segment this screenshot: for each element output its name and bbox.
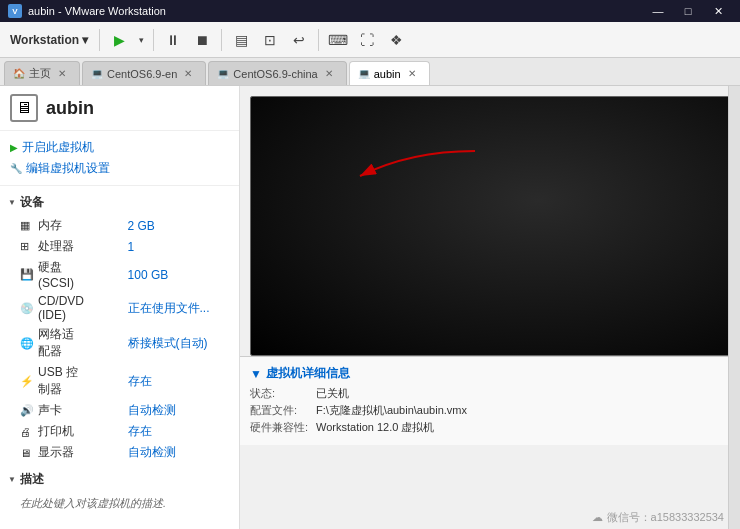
vm-status-label: 状态: — [250, 386, 310, 401]
vm-controls: ⏸ ⏹ — [159, 26, 216, 54]
vm-title-icon: 🖥 — [10, 94, 38, 122]
tab-centos69-china-label: CentOS6.9-china — [233, 68, 317, 80]
description-text: 在此处键入对该虚拟机的描述. — [0, 492, 239, 515]
device-printer[interactable]: 🖨打印机 存在 — [0, 421, 239, 442]
tab-aubin-label: aubin — [374, 68, 401, 80]
workstation-menu[interactable]: Workstation ▾ — [4, 30, 94, 50]
device-sound[interactable]: 🔊声卡 自动检测 — [0, 400, 239, 421]
vm-list-button[interactable]: ▤ — [227, 26, 255, 54]
vm-config-row: 配置文件: F:\克隆虚拟机\aubin\aubin.vmx — [250, 403, 730, 418]
revert-button[interactable]: ↩ — [285, 26, 313, 54]
maximize-btn[interactable]: □ — [674, 0, 702, 22]
playback-controls: ▶ ▾ — [105, 26, 148, 54]
hdd-value[interactable]: 100 GB — [108, 257, 239, 292]
watermark-text: 微信号：a15833332534 — [607, 510, 724, 525]
right-scrollbar[interactable] — [728, 86, 740, 529]
minimize-btn[interactable]: — — [644, 0, 672, 22]
sound-value[interactable]: 自动检测 — [108, 400, 239, 421]
actions-area: ▶ 开启此虚拟机 🔧 编辑虚拟机设置 — [0, 131, 239, 186]
vm-config-label: 配置文件: — [250, 403, 310, 418]
edit-vm-link[interactable]: 🔧 编辑虚拟机设置 — [10, 158, 229, 179]
tab-aubin[interactable]: 💻 aubin ✕ — [349, 61, 430, 85]
vm-info-header[interactable]: ▼ 虚拟机详细信息 — [250, 365, 730, 382]
aubin-tab-icon: 💻 — [358, 68, 370, 79]
processor-icon: ⊞ — [20, 240, 34, 253]
toolbar-separator-4 — [318, 29, 319, 51]
view-controls: ▤ ⊡ ↩ — [227, 26, 313, 54]
vm-status-value: 已关机 — [316, 386, 349, 401]
vm-compat-row: 硬件兼容性: Workstation 12.0 虚拟机 — [250, 420, 730, 435]
tab-home[interactable]: 🏠 主页 ✕ — [4, 61, 80, 85]
usb-value[interactable]: 存在 — [108, 362, 239, 400]
centos-china-icon: 💻 — [217, 68, 229, 79]
display-value[interactable]: 自动检测 — [108, 442, 239, 463]
vm-screen[interactable] — [250, 96, 730, 356]
devices-table: ▦内存 2 GB ⊞处理器 1 💾硬盘(SCSI) 100 GB 💿CD/DVD… — [0, 215, 239, 463]
stop-button[interactable]: ⏹ — [188, 26, 216, 54]
device-hdd[interactable]: 💾硬盘(SCSI) 100 GB — [0, 257, 239, 292]
play-dropdown-button[interactable]: ▾ — [134, 26, 148, 54]
tab-aubin-close[interactable]: ✕ — [405, 67, 419, 81]
memory-label: 内存 — [38, 217, 62, 234]
printer-icon: 🖨 — [20, 426, 34, 438]
toolbar: Workstation ▾ ▶ ▾ ⏸ ⏹ ▤ ⊡ ↩ ⌨ ⛶ ❖ — [0, 22, 740, 58]
tab-home-close[interactable]: ✕ — [55, 67, 69, 81]
fullscreen-button[interactable]: ⛶ — [353, 26, 381, 54]
display-label: 显示器 — [38, 444, 74, 461]
description-section-header[interactable]: ▼ 描述 — [0, 467, 239, 492]
unity-button[interactable]: ❖ — [382, 26, 410, 54]
vm-config-value: F:\克隆虚拟机\aubin\aubin.vmx — [316, 403, 467, 418]
cdrom-value[interactable]: 正在使用文件... — [108, 292, 239, 324]
play-button[interactable]: ▶ — [105, 26, 133, 54]
tab-centos69-en[interactable]: 💻 CentOS6.9-en ✕ — [82, 61, 206, 85]
cdrom-icon: 💿 — [20, 302, 34, 315]
watermark: ☁ 微信号：a15833332534 — [592, 510, 724, 525]
workstation-label: Workstation — [10, 33, 79, 47]
network-value[interactable]: 桥接模式(自动) — [108, 324, 239, 362]
suspend-button[interactable]: ⏸ — [159, 26, 187, 54]
devices-section-label: 设备 — [20, 194, 44, 211]
tab-home-label: 主页 — [29, 66, 51, 81]
processor-value[interactable]: 1 — [108, 236, 239, 257]
hdd-label: 硬盘(SCSI) — [38, 259, 82, 290]
tab-centos-china-close[interactable]: ✕ — [322, 67, 336, 81]
tab-centos69-china[interactable]: 💻 CentOS6.9-china ✕ — [208, 61, 346, 85]
vm-compat-label: 硬件兼容性: — [250, 420, 310, 435]
device-cdrom[interactable]: 💿CD/DVD (IDE) 正在使用文件... — [0, 292, 239, 324]
vm-info-section: ▼ 虚拟机详细信息 状态: 已关机 配置文件: F:\克隆虚拟机\aubin\a… — [240, 356, 740, 445]
memory-value[interactable]: 2 GB — [108, 215, 239, 236]
close-btn[interactable]: ✕ — [704, 0, 732, 22]
device-usb[interactable]: ⚡USB 控制器 存在 — [0, 362, 239, 400]
printer-value[interactable]: 存在 — [108, 421, 239, 442]
printer-label: 打印机 — [38, 423, 74, 440]
start-vm-play-icon: ▶ — [10, 142, 18, 153]
cdrom-label: CD/DVD (IDE) — [38, 294, 84, 322]
network-label: 网络适配器 — [38, 326, 82, 360]
title-bar: V aubin - VMware Workstation — □ ✕ — [0, 0, 740, 22]
device-memory[interactable]: ▦内存 2 GB — [0, 215, 239, 236]
vm-compat-value: Workstation 12.0 虚拟机 — [316, 420, 434, 435]
devices-section-header[interactable]: ▼ 设备 — [0, 190, 239, 215]
device-display[interactable]: 🖥显示器 自动检测 — [0, 442, 239, 463]
network-icon: 🌐 — [20, 337, 34, 350]
left-scroll[interactable]: ▼ 设备 ▦内存 2 GB ⊞处理器 1 💾硬盘(SCSI) 100 GB 💿C… — [0, 186, 239, 529]
tab-centos-en-close[interactable]: ✕ — [181, 67, 195, 81]
start-vm-link[interactable]: ▶ 开启此虚拟机 — [10, 137, 229, 158]
devices-arrow-icon: ▼ — [8, 198, 16, 207]
hdd-icon: 💾 — [20, 268, 34, 281]
edit-vm-label: 编辑虚拟机设置 — [26, 160, 110, 177]
device-network[interactable]: 🌐网络适配器 桥接模式(自动) — [0, 324, 239, 362]
vm-info-header-label: 虚拟机详细信息 — [266, 365, 350, 382]
home-icon: 🏠 — [13, 68, 25, 79]
sound-label: 声卡 — [38, 402, 62, 419]
keyboard-button[interactable]: ⌨ — [324, 26, 352, 54]
snapshot-button[interactable]: ⊡ — [256, 26, 284, 54]
description-arrow-icon: ▼ — [8, 475, 16, 484]
vm-title: aubin — [46, 98, 94, 119]
toolbar-separator-3 — [221, 29, 222, 51]
display-icon: 🖥 — [20, 447, 34, 459]
vm-info-arrow-icon: ▼ — [250, 367, 262, 381]
device-processor[interactable]: ⊞处理器 1 — [0, 236, 239, 257]
toolbar-separator-2 — [153, 29, 154, 51]
usb-label: USB 控制器 — [38, 364, 82, 398]
